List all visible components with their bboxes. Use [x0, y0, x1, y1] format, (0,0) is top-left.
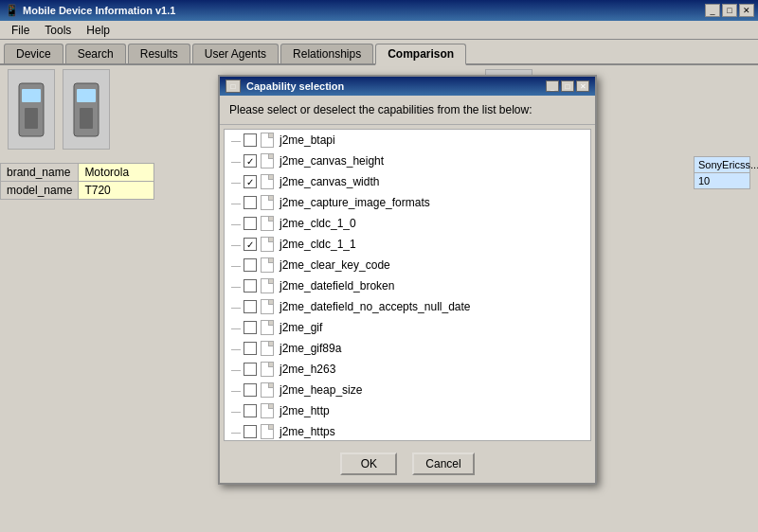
modal-title-bar: □ Capability selection _ □ ✕: [220, 77, 595, 96]
cap-dash-icon: —: [228, 135, 244, 146]
capability-item[interactable]: —j2me_capture_image_formats: [225, 192, 590, 213]
capability-label: j2me_heap_size: [280, 383, 362, 397]
file-icon: [261, 174, 274, 189]
capability-label: j2me_btapi: [280, 133, 335, 147]
cap-dash-icon: —: [228, 364, 244, 375]
capability-list[interactable]: —j2me_btapi—j2me_canvas_height—j2me_canv…: [224, 129, 591, 441]
main-content: brand_name Motorola model_name T720 Sony…: [0, 65, 758, 529]
file-icon: [261, 403, 274, 418]
capability-checkbox[interactable]: [244, 279, 257, 293]
file-icon: [261, 299, 274, 314]
modal-instruction: Please select or deselect the capabiliti…: [220, 96, 595, 125]
capability-label: j2me_datefield_no_accepts_null_date: [280, 300, 471, 313]
maximize-button[interactable]: □: [722, 4, 737, 17]
capability-checkbox[interactable]: [244, 383, 257, 397]
cap-dash-icon: —: [228, 385, 244, 396]
capability-item[interactable]: —j2me_clear_key_code: [225, 255, 590, 275]
ok-button[interactable]: OK: [340, 452, 397, 475]
menu-help[interactable]: Help: [79, 22, 117, 39]
capability-selection-dialog: □ Capability selection _ □ ✕ Please sele…: [218, 75, 597, 485]
cap-dash-icon: —: [228, 219, 244, 229]
capability-checkbox[interactable]: [244, 342, 257, 355]
file-icon: [261, 153, 274, 168]
cap-dash-icon: —: [228, 323, 244, 333]
menu-bar: File Tools Help: [0, 21, 758, 40]
capability-item[interactable]: —j2me_gif: [225, 317, 590, 338]
tab-user-agents[interactable]: User Agents: [192, 44, 279, 63]
capability-item[interactable]: —j2me_https: [225, 421, 590, 441]
capability-item[interactable]: —j2me_heap_size: [225, 380, 590, 400]
cap-dash-icon: —: [228, 239, 244, 250]
tab-results[interactable]: Results: [128, 44, 190, 63]
cap-dash-icon: —: [228, 406, 244, 417]
menu-tools[interactable]: Tools: [37, 22, 79, 39]
modal-close-button[interactable]: ✕: [576, 80, 589, 92]
tab-search[interactable]: Search: [65, 44, 126, 63]
file-icon: [261, 216, 274, 231]
capability-checkbox[interactable]: [244, 154, 257, 168]
tab-comparison[interactable]: Comparison: [375, 44, 466, 65]
cap-dash-icon: —: [228, 302, 244, 312]
file-icon: [261, 278, 274, 293]
capability-item[interactable]: —j2me_cldc_1_1: [225, 234, 590, 255]
capability-label: j2me_https: [280, 425, 335, 438]
modal-controls: _ □ ✕: [546, 80, 589, 92]
cap-dash-icon: —: [228, 156, 244, 167]
capability-checkbox[interactable]: [244, 258, 257, 272]
capability-item[interactable]: —j2me_h263: [225, 359, 590, 380]
cap-dash-icon: —: [228, 260, 244, 271]
capability-checkbox[interactable]: [244, 363, 257, 376]
modal-maximize-button[interactable]: □: [561, 80, 574, 92]
modal-minimize-button[interactable]: _: [546, 80, 559, 92]
capability-checkbox[interactable]: [244, 404, 257, 417]
tab-relationships[interactable]: Relationships: [280, 44, 373, 63]
capability-checkbox[interactable]: [244, 133, 257, 147]
file-icon: [261, 341, 274, 356]
capability-label: j2me_gif: [280, 321, 322, 334]
capability-label: j2me_canvas_width: [280, 175, 379, 188]
capability-checkbox[interactable]: [244, 217, 257, 230]
file-icon: [261, 362, 274, 377]
tab-device[interactable]: Device: [4, 44, 63, 63]
menu-file[interactable]: File: [4, 22, 37, 39]
cap-dash-icon: —: [228, 198, 244, 208]
app-icon: 📱: [4, 3, 19, 18]
capability-item[interactable]: —j2me_http: [225, 400, 590, 421]
capability-checkbox[interactable]: [244, 238, 257, 251]
file-icon: [261, 382, 274, 398]
capability-item[interactable]: —j2me_canvas_height: [225, 151, 590, 171]
window-title: Mobile Device Information v1.1: [23, 5, 705, 16]
capability-item[interactable]: —j2me_btapi: [225, 130, 590, 151]
file-icon: [261, 195, 274, 210]
capability-item[interactable]: —j2me_datefield_no_accepts_null_date: [225, 296, 590, 317]
cap-dash-icon: —: [228, 344, 244, 354]
capability-checkbox[interactable]: [244, 175, 257, 188]
cap-dash-icon: —: [228, 177, 244, 187]
capability-label: j2me_capture_image_formats: [280, 196, 430, 209]
capability-label: j2me_cldc_1_1: [280, 238, 356, 251]
capability-checkbox[interactable]: [244, 425, 257, 438]
file-icon: [261, 257, 274, 273]
file-icon: [261, 320, 274, 335]
file-icon: [261, 237, 274, 252]
close-button[interactable]: ✕: [739, 4, 754, 17]
capability-item[interactable]: —j2me_gif89a: [225, 338, 590, 359]
cap-dash-icon: —: [228, 281, 244, 292]
capability-item[interactable]: —j2me_canvas_width: [225, 171, 590, 192]
file-icon: [261, 133, 274, 148]
capability-label: j2me_gif89a: [280, 342, 341, 355]
modal-footer: OK Cancel: [220, 445, 595, 483]
capability-item[interactable]: —j2me_datefield_broken: [225, 275, 590, 296]
cap-dash-icon: —: [228, 427, 244, 437]
capability-label: j2me_cldc_1_0: [280, 217, 356, 230]
minimize-button[interactable]: _: [705, 4, 720, 17]
capability-checkbox[interactable]: [244, 196, 257, 209]
file-icon: [261, 424, 274, 439]
capability-label: j2me_canvas_height: [280, 154, 384, 168]
modal-title: Capability selection: [246, 80, 546, 92]
title-bar: 📱 Mobile Device Information v1.1 _ □ ✕: [0, 0, 758, 21]
cancel-button[interactable]: Cancel: [412, 452, 474, 475]
capability-checkbox[interactable]: [244, 321, 257, 334]
capability-checkbox[interactable]: [244, 300, 257, 313]
capability-item[interactable]: —j2me_cldc_1_0: [225, 213, 590, 234]
